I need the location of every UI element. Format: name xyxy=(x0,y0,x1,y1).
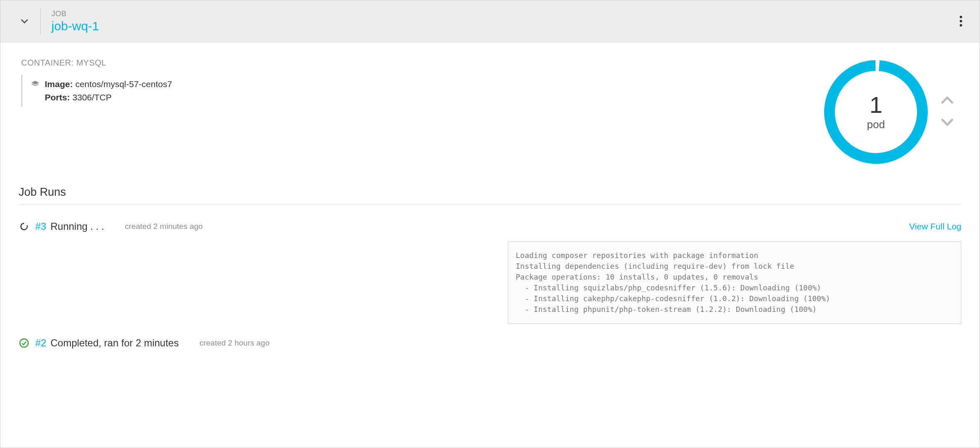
pod-label: pod xyxy=(867,118,885,131)
running-spinner-icon xyxy=(19,221,29,232)
image-value: centos/mysql-57-centos7 xyxy=(75,79,172,89)
run-id-link[interactable]: #2 xyxy=(35,337,46,349)
container-title-name: MYSQL xyxy=(76,58,107,67)
job-run-row: #3 Running . . . created 2 minutes ago V… xyxy=(19,221,961,324)
resource-kind: JOB xyxy=(51,10,99,18)
pod-donut-chart: 1 pod xyxy=(822,58,930,166)
completed-check-icon xyxy=(19,338,29,348)
container-info: CONTAINER: MYSQL Image: centos/mysql-57-… xyxy=(19,58,172,166)
image-layers-icon xyxy=(31,80,40,89)
scale-down-button[interactable] xyxy=(937,112,957,134)
ports-value: 3306/TCP xyxy=(73,93,112,102)
run-id-link[interactable]: #3 xyxy=(35,221,46,232)
scale-up-button[interactable] xyxy=(937,90,957,112)
svg-point-1 xyxy=(20,339,28,347)
view-full-log-link[interactable]: View Full Log xyxy=(909,222,961,231)
run-status: Completed, ran for 2 minutes xyxy=(51,337,179,349)
actions-kebab-menu[interactable] xyxy=(951,8,971,34)
run-status: Running . . . xyxy=(51,221,104,232)
job-run-row: #2 Completed, ran for 2 minutes created … xyxy=(19,337,961,349)
container-title-prefix: CONTAINER: xyxy=(21,58,74,67)
ports-key: Ports: xyxy=(45,93,70,102)
pod-count: 1 xyxy=(869,93,882,117)
image-key: Image: xyxy=(45,79,73,89)
run-log-output: Loading composer repositories with packa… xyxy=(508,241,961,324)
run-created: created 2 hours ago xyxy=(199,338,269,348)
run-created: created 2 minutes ago xyxy=(125,222,203,231)
header-divider xyxy=(40,8,41,34)
expand-toggle[interactable] xyxy=(13,15,36,27)
job-runs-heading: Job Runs xyxy=(19,186,961,205)
resource-name-link[interactable]: job-wq-1 xyxy=(51,19,99,33)
